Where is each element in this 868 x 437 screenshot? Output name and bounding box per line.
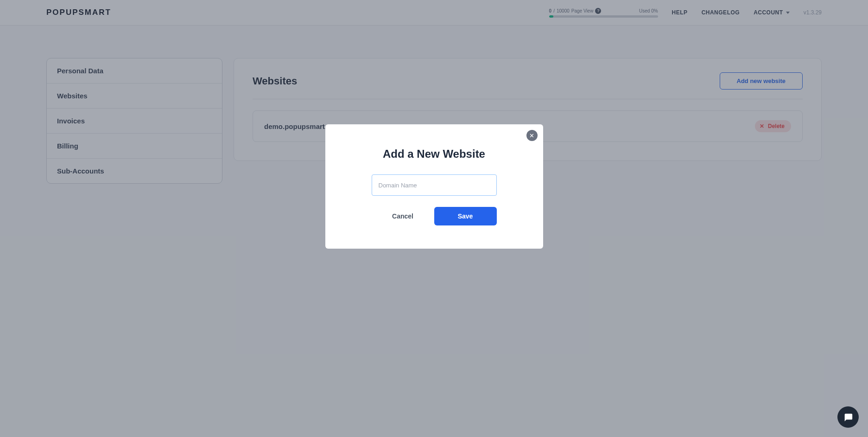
chat-widget-button[interactable] xyxy=(837,406,859,428)
modal-close-button[interactable]: ✕ xyxy=(526,130,538,141)
add-website-modal: ✕ Add a New Website Cancel Save xyxy=(325,124,543,249)
save-button[interactable]: Save xyxy=(434,207,497,225)
modal-overlay[interactable]: ✕ Add a New Website Cancel Save xyxy=(0,0,868,437)
chat-icon xyxy=(843,412,853,422)
modal-title: Add a New Website xyxy=(353,148,515,161)
close-icon: ✕ xyxy=(529,132,534,139)
cancel-button[interactable]: Cancel xyxy=(372,207,434,225)
domain-name-input[interactable] xyxy=(372,174,497,196)
